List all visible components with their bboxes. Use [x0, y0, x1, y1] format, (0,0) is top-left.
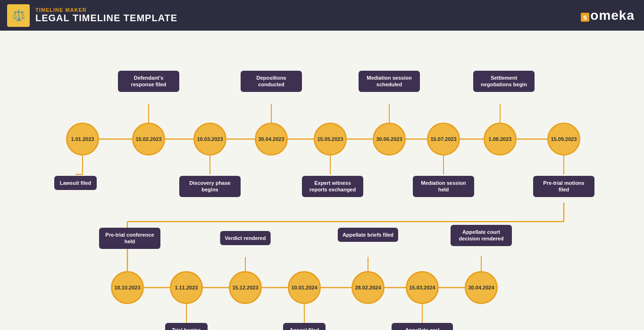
- label-depositions: Depositions conducted: [241, 71, 302, 92]
- node-4: 30.04.2023: [255, 123, 288, 156]
- node-14: 28.02.2024: [351, 271, 385, 304]
- node-9: 15.09.2023: [547, 123, 580, 156]
- label-mediation-held: Mediation session held: [413, 176, 474, 197]
- label-appellate-briefs: Appellate briefs filed: [338, 228, 398, 242]
- app-icon: ⚖️: [7, 4, 30, 27]
- node-13: 10.01.2024: [288, 271, 321, 304]
- node-10: 10.10.2023: [111, 271, 144, 304]
- brand-s: s: [581, 13, 589, 22]
- node-12: 15.12.2023: [229, 271, 262, 304]
- label-lawsuit: Lawsuit filed: [54, 176, 97, 190]
- node-11: 1.11.2023: [170, 271, 203, 304]
- node-8: 1.08.2023: [484, 123, 517, 156]
- timeline-container: 1.01.2023 15.02.2023 10.03.2023 30.04.20…: [9, 35, 635, 325]
- node-2: 15.02.2023: [132, 123, 165, 156]
- label-pretrial-conference: Pre-trial conference held: [99, 228, 160, 249]
- node-5: 15.05.2023: [314, 123, 347, 156]
- label-discovery: Discovery phase begins: [179, 176, 241, 197]
- label-verdict: Verdict rendered: [220, 231, 271, 245]
- label-pretrial-motions: Pre-trial motions filed: [533, 176, 594, 197]
- label-settlement: Settlement negotiations begin: [473, 71, 535, 92]
- node-3: 10.03.2023: [193, 123, 226, 156]
- label-mediation-scheduled: Mediation session scheduled: [359, 71, 420, 92]
- main-content: 1.01.2023 15.02.2023 10.03.2023 30.04.20…: [0, 31, 644, 330]
- brand-name: omeka: [590, 8, 635, 23]
- app-title: LEGAL TIMELINE TEMPLATE: [35, 13, 177, 24]
- label-appellate-decision: Appellate court decision rendered: [451, 225, 512, 246]
- app-subtitle: TIMELINE MAKER: [35, 7, 177, 13]
- label-oral-arguments: Appellate oral arguments: [392, 323, 453, 330]
- brand-logo: someka: [581, 8, 635, 23]
- node-16: 30.04.2024: [465, 271, 498, 304]
- label-defendants-response: Defendant's response filed: [118, 71, 179, 92]
- label-expert-witness: Expert witness reports exchanged: [302, 176, 363, 197]
- node-6: 30.06.2023: [373, 123, 406, 156]
- header: ⚖️ TIMELINE MAKER LEGAL TIMELINE TEMPLAT…: [0, 0, 644, 31]
- node-7: 15.07.2023: [427, 123, 460, 156]
- header-text: TIMELINE MAKER LEGAL TIMELINE TEMPLATE: [35, 7, 177, 24]
- label-appeal: Appeal filed: [283, 323, 326, 330]
- node-1: 1.01.2023: [66, 123, 99, 156]
- node-15: 15.03.2024: [406, 271, 439, 304]
- label-trial: Trial begins: [165, 323, 208, 330]
